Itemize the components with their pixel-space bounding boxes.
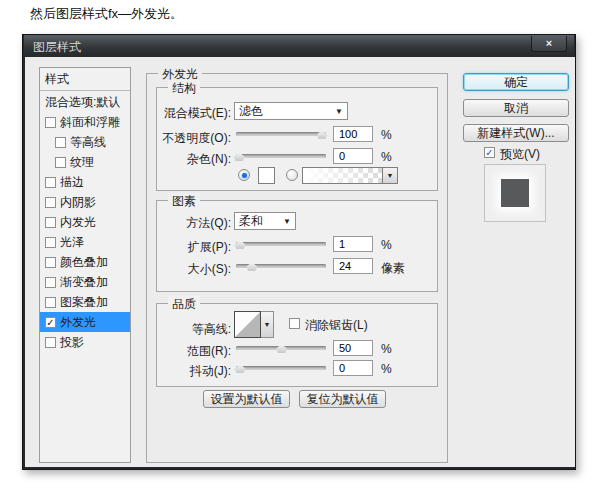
antialias-checkbox[interactable] <box>289 318 300 329</box>
blend-mode-value: 滤色 <box>239 103 263 120</box>
opacity-slider-track[interactable] <box>236 132 326 136</box>
sidebar-item-label: 内发光 <box>60 214 96 231</box>
noise-slider-track[interactable] <box>236 154 326 158</box>
technique-label: 方法(Q): <box>125 215 231 232</box>
size-label: 大小(S): <box>125 261 231 278</box>
sidebar-item-pattern-overlay[interactable]: 图案叠加 <box>40 292 130 312</box>
jitter-input[interactable] <box>333 360 373 376</box>
checkbox-pattern-overlay[interactable] <box>45 297 56 308</box>
range-unit: % <box>381 342 392 356</box>
structure-group-title: 结构 <box>168 80 200 97</box>
sidebar-item-color-overlay[interactable]: 颜色叠加 <box>40 252 130 272</box>
page: 然后图层样式fx—外发光。 图层样式 × 样式 混合选项:默认 斜面和浮雕 <box>0 0 600 490</box>
dialog-titlebar[interactable]: 图层样式 × <box>24 35 574 57</box>
blend-mode-dropdown[interactable]: 滤色 ▼ <box>234 102 348 120</box>
sidebar-item-label: 描边 <box>60 174 84 191</box>
sidebar-item-label: 纹理 <box>70 154 94 171</box>
sidebar-item-label: 图案叠加 <box>60 294 108 311</box>
styles-list: 混合选项:默认 斜面和浮雕 等高线 纹理 描边 <box>40 92 130 352</box>
cancel-button[interactable]: 取消 <box>463 99 569 117</box>
technique-dropdown[interactable]: 柔和 ▼ <box>234 212 296 230</box>
checkbox-inner-shadow[interactable] <box>45 197 56 208</box>
spread-slider[interactable] <box>236 240 326 249</box>
noise-input[interactable] <box>333 148 373 164</box>
sidebar-item-stroke[interactable]: 描边 <box>40 172 130 192</box>
sidebar-item-gradient-overlay[interactable]: 渐变叠加 <box>40 272 130 292</box>
quality-group-title: 品质 <box>168 296 200 313</box>
checkbox-inner-glow[interactable] <box>45 217 56 228</box>
range-slider[interactable] <box>236 344 326 353</box>
checkbox-satin[interactable] <box>45 237 56 248</box>
contour-picker-button[interactable]: ▼ <box>261 311 274 338</box>
sidebar-item-label: 等高线 <box>70 134 106 151</box>
chevron-down-icon: ▼ <box>335 107 343 116</box>
dialog-title: 图层样式 <box>33 39 81 56</box>
layer-style-dialog: 图层样式 × 样式 混合选项:默认 斜面和浮雕 等高线 <box>22 34 576 470</box>
sidebar-item-satin[interactable]: 光泽 <box>40 232 130 252</box>
opacity-input[interactable] <box>333 126 373 142</box>
jitter-slider[interactable] <box>236 364 326 373</box>
size-input[interactable] <box>333 258 373 274</box>
jitter-unit: % <box>381 362 392 376</box>
checkbox-contour[interactable] <box>55 137 66 148</box>
glow-color-swatch[interactable] <box>258 167 275 184</box>
jitter-slider-track[interactable] <box>236 366 326 370</box>
close-icon: × <box>546 37 552 49</box>
preview-checkbox[interactable]: ✓ <box>484 147 495 158</box>
noise-unit: % <box>381 150 392 164</box>
opacity-label: 不透明度(O): <box>125 130 231 147</box>
sidebar-item-label: 颜色叠加 <box>60 254 108 271</box>
range-input[interactable] <box>333 340 373 356</box>
contour-label: 等高线: <box>125 321 231 338</box>
antialias-label: 消除锯齿(L) <box>305 317 368 334</box>
checkbox-color-overlay[interactable] <box>45 257 56 268</box>
page-caption: 然后图层样式fx—外发光。 <box>30 5 183 23</box>
glow-gradient-bar[interactable] <box>302 167 383 184</box>
sidebar-item-inner-shadow[interactable]: 内阴影 <box>40 192 130 212</box>
checkbox-gradient-overlay[interactable] <box>45 277 56 288</box>
glow-color-radio-selected[interactable] <box>238 169 250 181</box>
sidebar-item-label: 投影 <box>60 334 84 351</box>
sidebar-item-label: 斜面和浮雕 <box>60 114 120 131</box>
size-slider[interactable] <box>236 262 326 271</box>
sidebar-item-blending-options[interactable]: 混合选项:默认 <box>40 92 130 112</box>
sidebar-item-outer-glow[interactable]: ✓ 外发光 <box>40 312 130 332</box>
sidebar-item-bevel-emboss[interactable]: 斜面和浮雕 <box>40 112 130 132</box>
opacity-slider[interactable] <box>236 130 326 139</box>
blend-mode-label: 混合模式(E): <box>125 105 231 122</box>
sidebar-item-drop-shadow[interactable]: 投影 <box>40 332 130 352</box>
chevron-down-icon: ▼ <box>283 217 291 226</box>
ok-button[interactable]: 确定 <box>463 73 569 91</box>
sidebar-item-label: 外发光 <box>60 314 96 331</box>
checkbox-outer-glow-checked[interactable]: ✓ <box>45 317 56 328</box>
checkbox-texture[interactable] <box>55 157 66 168</box>
noise-label: 杂色(N): <box>125 151 231 168</box>
opacity-unit: % <box>381 128 392 142</box>
spread-input[interactable] <box>333 236 373 252</box>
spread-slider-track[interactable] <box>236 242 326 246</box>
sidebar-item-label: 光泽 <box>60 234 84 251</box>
spread-unit: % <box>381 238 392 252</box>
checkbox-bevel-emboss[interactable] <box>45 117 56 128</box>
new-style-button[interactable]: 新建样式(W)... <box>463 124 569 142</box>
checkbox-stroke[interactable] <box>45 177 56 188</box>
style-preview-thumbnail <box>484 164 546 222</box>
glow-gradient-radio[interactable] <box>286 169 298 181</box>
sidebar-item-texture[interactable]: 纹理 <box>40 152 130 172</box>
gradient-picker-button[interactable]: ▼ <box>382 167 398 184</box>
chevron-down-icon: ▼ <box>387 172 394 179</box>
elements-group-title: 图素 <box>168 193 200 210</box>
spread-label: 扩展(P): <box>125 239 231 256</box>
sidebar-item-contour[interactable]: 等高线 <box>40 132 130 152</box>
reset-default-button[interactable]: 复位为默认值 <box>299 390 386 408</box>
noise-slider[interactable] <box>236 152 326 161</box>
sidebar-item-inner-glow[interactable]: 内发光 <box>40 212 130 232</box>
preview-label: 预览(V) <box>500 146 540 163</box>
set-default-button[interactable]: 设置为默认值 <box>203 390 290 408</box>
sidebar-item-label: 内阴影 <box>60 194 96 211</box>
technique-value: 柔和 <box>239 213 263 230</box>
chevron-down-icon: ▼ <box>264 321 271 328</box>
close-button[interactable]: × <box>531 36 567 52</box>
contour-thumbnail[interactable] <box>234 311 261 338</box>
checkbox-drop-shadow[interactable] <box>45 337 56 348</box>
